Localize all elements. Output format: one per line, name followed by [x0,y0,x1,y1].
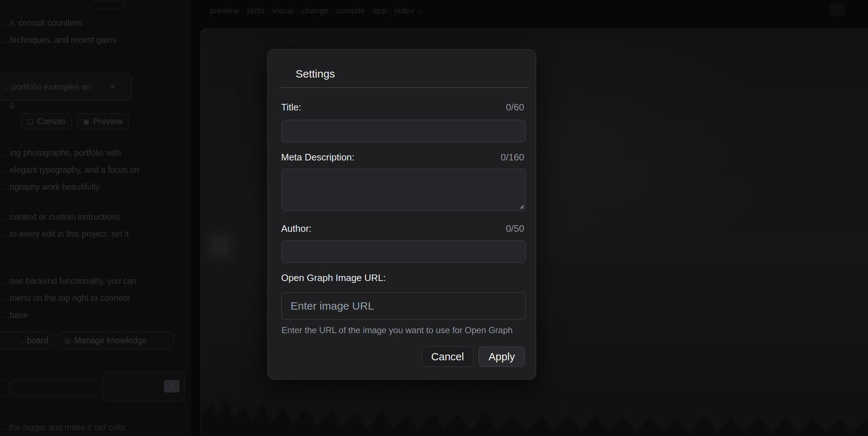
meta-description-label: Meta Description: [281,152,354,163]
dialog-title: Settings [296,68,335,80]
author-input[interactable] [281,240,526,263]
manage-knowledge-chip[interactable]: ▤ Manage knowledge [58,331,174,349]
breadcrumb-path: preview · skills · visual · change · con… [210,6,414,15]
og-image-url-helper: Enter the URL of the image you want to u… [281,325,513,335]
snippet-caption: …g. [1,98,17,110]
snippet-card-text: …portfolio examples an [3,82,91,92]
chat-message-line: …ography work beautifully [1,179,139,196]
resize-grip-icon[interactable] [518,203,524,209]
author-label: Author: [281,223,312,234]
chevron-down-icon: ⌄ [418,6,425,15]
chat-note: …the bigger and make it red color [1,421,126,433]
meta-description-field [281,169,526,211]
cancel-button[interactable]: Cancel [422,347,473,367]
canvas-chip[interactable]: ▢ Canvas [21,113,72,129]
sidebar-top-pill [90,1,125,9]
og-image-url-input[interactable] [281,292,526,320]
send-icon: ↑ [170,382,174,390]
divider [281,87,529,88]
send-button[interactable]: ↑ [164,380,180,393]
preview-chip-label: Preview [93,117,123,126]
og-image-url-label: Open Graph Image URL: [281,272,386,284]
chat-message-input[interactable] [11,379,100,396]
title-counter: 0/60 [506,102,524,113]
preview-chip[interactable]: ▣ Preview [77,113,129,129]
meta-description-textarea[interactable] [281,169,526,211]
title-input[interactable] [281,120,526,142]
chat-paragraph: …context or custom instructions …to ever… [1,209,129,243]
chat-message-line: …s, consult countless [1,17,83,29]
chat-message-line: …techniques, and recent gains [1,34,116,46]
breadcrumb[interactable]: preview · skills · visual · change · con… [210,6,425,16]
author-counter: 0/50 [506,223,524,234]
attach-button[interactable] [0,379,9,397]
book-icon: ▤ [64,337,71,344]
chat-message-line: …ing photographs, portfolio with [1,144,139,162]
topbar-action-icon[interactable] [830,4,845,16]
preview-icon: ▣ [83,118,89,125]
apply-button[interactable]: Apply [479,347,525,367]
chat-paragraph: …see backend functionality, you can …men… [1,273,137,324]
close-icon[interactable]: ✕ [109,83,116,91]
chat-message-line: …base [1,307,137,324]
settings-dialog: Settings Title: 0/60 Meta Description: 0… [267,49,536,380]
manage-knowledge-label: Manage knowledge [74,336,146,345]
title-label: Title: [281,102,301,113]
canvas-icon: ▢ [27,118,34,125]
chat-message-line: …context or custom instructions [1,209,129,226]
chat-message-line: …see backend functionality, you can [1,273,137,290]
chat-sidebar: …s, consult countless …techniques, and r… [0,0,191,436]
canvas-chip-label: Canvas [37,117,66,126]
chat-message-line: …menu on the top right to connect [1,290,137,307]
chat-message-line: …elegant typography, and a focus on [1,162,139,179]
board-chip-label: …board [18,336,48,345]
inspect-button[interactable] [212,238,228,254]
snippet-card[interactable]: …portfolio examples an ✕ [0,73,132,101]
chat-message-line: …to every edit in this project, set it [1,226,129,243]
board-chip[interactable]: …board [0,331,54,349]
meta-description-counter: 0/160 [501,152,524,163]
chat-paragraph: …ing photographs, portfolio with …elegan… [1,144,139,196]
